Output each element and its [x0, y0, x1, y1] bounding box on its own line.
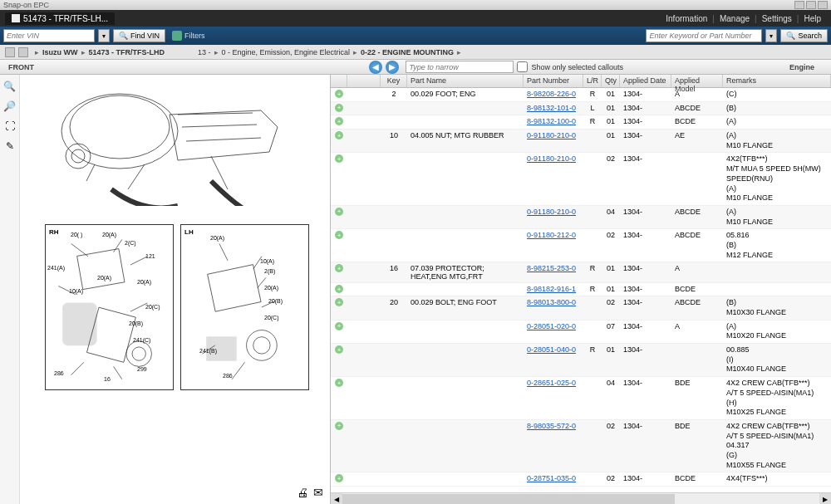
vin-input[interactable]: [3, 29, 95, 42]
table-row[interactable]: +8-98035-572-0021304-BDE4X2 CREW CAB(TFB…: [331, 420, 831, 472]
cell-key: [381, 321, 407, 343]
cell-qty: 04: [602, 206, 620, 228]
diagram-canvas[interactable]: RH 20( ) 20(A) 2(C) 121 241: [20, 75, 330, 504]
add-icon[interactable]: +: [331, 153, 347, 204]
add-icon[interactable]: +: [331, 472, 347, 486]
table-row[interactable]: +0-91180-210-0021304-4X2(TFB***) M/T MUA…: [331, 153, 831, 205]
fit-icon[interactable]: ⛶: [3, 120, 17, 133]
col-lr[interactable]: L/R: [583, 75, 602, 87]
table-row[interactable]: +0-28651-025-0041304-BDE4X2 CREW CAB(TFB…: [331, 377, 831, 420]
table-row[interactable]: +2000.029 BOLT; ENG FOOT8-98013-800-0021…: [331, 296, 831, 320]
keyword-dropdown[interactable]: ▾: [765, 29, 777, 42]
table-row[interactable]: +0-91180-212-0021304-ABCDE05.816 (B) M12…: [331, 229, 831, 262]
print-icon[interactable]: 🖨: [297, 486, 308, 499]
col-date[interactable]: Applied Date: [620, 75, 671, 87]
table-row[interactable]: +0-91180-210-0041304-ABCDE(A) M10 FLANGE: [331, 206, 831, 229]
crumb-brand[interactable]: Isuzu WW: [42, 48, 78, 56]
home-icon[interactable]: [18, 47, 28, 57]
filters-button[interactable]: Filters: [172, 31, 205, 41]
part-number-link[interactable]: 8-98132-100-0: [527, 117, 576, 125]
narrow-input[interactable]: [406, 61, 514, 73]
horizontal-scrollbar[interactable]: ◀▶: [331, 492, 831, 504]
tab-front[interactable]: FRONT: [0, 63, 42, 71]
part-number-link[interactable]: 0-91180-212-0: [527, 231, 576, 239]
add-icon[interactable]: +: [331, 296, 347, 319]
col-model[interactable]: Applied Model: [671, 75, 723, 87]
table-row[interactable]: +8-98182-916-1R011304-BCDE: [331, 283, 831, 296]
part-number-link[interactable]: 8-98215-253-0: [527, 264, 576, 272]
prev-arrow[interactable]: ◀: [369, 61, 382, 74]
crumb-group[interactable]: 0 - Engine, Emission, Engine Electrical: [222, 48, 351, 56]
col-num[interactable]: Part Number: [524, 75, 583, 87]
table-row[interactable]: +0-28051-020-0071304-A(A) M10X20 FLANGE: [331, 321, 831, 344]
maximize-button[interactable]: [806, 1, 816, 9]
table-row[interactable]: +1607.039 PROTECTOR; HEAT,ENG MTG,FRT8-9…: [331, 262, 831, 283]
crumb-section[interactable]: 0-22 - ENGINE MOUNTING: [361, 48, 454, 56]
add-icon[interactable]: +: [331, 283, 347, 296]
add-icon[interactable]: +: [331, 321, 347, 343]
add-icon[interactable]: +: [331, 88, 347, 101]
find-vin-button[interactable]: 🔍 Find VIN: [113, 29, 165, 42]
crumb-vehicle[interactable]: 51473 - TFR/TFS-LHD: [89, 48, 165, 56]
next-arrow[interactable]: ▶: [386, 61, 399, 74]
cell-date: 1304-: [620, 472, 671, 486]
table-row[interactable]: +0-28051-040-0R011304-00.885 (I) M10X40 …: [331, 344, 831, 377]
part-number-link[interactable]: 0-28651-025-0: [527, 379, 576, 387]
add-icon[interactable]: +: [331, 229, 347, 262]
part-number-link[interactable]: 8-98182-916-1: [527, 285, 576, 293]
minimize-button[interactable]: [794, 1, 804, 9]
keyword-input[interactable]: [646, 29, 762, 42]
show-selected-checkbox[interactable]: [517, 61, 528, 72]
cell-key: 2: [381, 88, 407, 101]
cell-model: BCDE: [671, 472, 723, 486]
cell-name: [407, 115, 524, 129]
add-icon[interactable]: +: [331, 115, 347, 129]
detail-rh: RH 20( ) 20(A) 2(C) 121 241: [45, 224, 174, 390]
link-manage[interactable]: Manage: [720, 14, 750, 23]
col-key[interactable]: Key: [381, 75, 407, 87]
table-row[interactable]: +8-98132-101-0L011304-ABCDE(B): [331, 102, 831, 116]
diagram-pane: 🔍 🔎 ⛶ ✎: [0, 75, 331, 504]
add-icon[interactable]: +: [331, 206, 347, 228]
table-row[interactable]: +200.029 FOOT; ENG8-98208-226-0R011304-A…: [331, 88, 831, 102]
link-information[interactable]: Information: [666, 14, 707, 23]
close-button[interactable]: [818, 1, 828, 9]
part-number-link[interactable]: 0-28051-040-0: [527, 345, 576, 354]
col-remarks[interactable]: Remarks: [723, 75, 831, 87]
cell-lr: [583, 321, 602, 343]
part-number-link[interactable]: 0-28751-035-0: [527, 474, 576, 482]
zoom-out-icon[interactable]: 🔎: [3, 100, 17, 113]
add-icon[interactable]: +: [331, 130, 347, 152]
select-icon[interactable]: ✎: [3, 139, 17, 153]
add-icon[interactable]: +: [331, 420, 347, 472]
document-tab[interactable]: 51473 - TFR/TFS-LH...: [5, 12, 115, 25]
column-header: Key Part Name Part Number L/R Qty Applie…: [331, 75, 831, 88]
part-number-link[interactable]: 0-91180-210-0: [527, 131, 576, 139]
col-qty[interactable]: Qty: [602, 75, 620, 87]
part-number-link[interactable]: 0-91180-210-0: [527, 154, 576, 163]
table-row[interactable]: +0-28751-035-0021304-BCDE4X4(TFS***): [331, 472, 831, 487]
part-number-link[interactable]: 8-98208-226-0: [527, 90, 576, 98]
add-icon[interactable]: +: [331, 344, 347, 376]
vin-dropdown[interactable]: ▾: [98, 29, 110, 42]
zoom-in-icon[interactable]: 🔍: [3, 80, 17, 93]
part-number-link[interactable]: 8-98035-572-0: [527, 422, 576, 430]
search-button[interactable]: 🔍 Search: [780, 29, 828, 42]
part-number-link[interactable]: 8-98132-101-0: [527, 104, 576, 112]
part-number-link[interactable]: 0-28051-020-0: [527, 322, 576, 330]
part-number-link[interactable]: 8-98013-800-0: [527, 298, 576, 306]
crumb-13[interactable]: 13 -: [198, 48, 211, 56]
part-number-link[interactable]: 0-91180-210-0: [527, 208, 576, 216]
email-icon[interactable]: ✉: [313, 486, 323, 499]
add-icon[interactable]: +: [331, 102, 347, 115]
cell-lr: R: [583, 262, 602, 282]
link-settings[interactable]: Settings: [762, 14, 792, 23]
add-icon[interactable]: +: [331, 377, 347, 419]
table-row[interactable]: +8-98132-100-0R011304-BCDE(A): [331, 115, 831, 130]
add-icon[interactable]: +: [331, 262, 347, 282]
link-help[interactable]: Help: [804, 14, 821, 23]
table-row[interactable]: +1004.005 NUT; MTG RUBBER0-91180-210-001…: [331, 130, 831, 153]
cell-key: [381, 344, 407, 376]
back-icon[interactable]: [5, 47, 15, 57]
col-name[interactable]: Part Name: [407, 75, 524, 87]
